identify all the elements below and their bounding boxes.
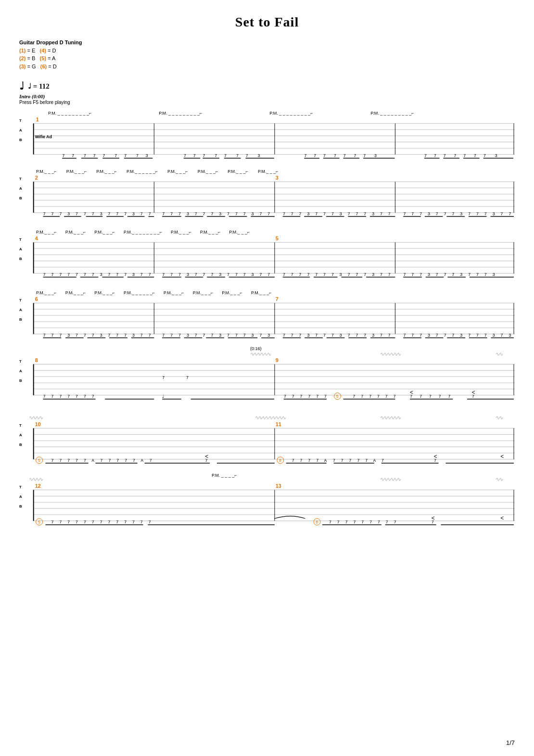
svg-text:12: 12 <box>35 483 41 489</box>
svg-text:T: T <box>19 177 22 181</box>
svg-text:7: 7 <box>386 520 388 525</box>
svg-text:7: 7 <box>403 273 406 277</box>
svg-text:7: 7 <box>51 273 53 277</box>
svg-text:5: 5 <box>38 520 40 525</box>
svg-text:7: 7 <box>411 333 414 338</box>
system-1: ♩ ♩ = 112 Intro (0:00) Press F5 before p… <box>19 80 515 159</box>
svg-text:7: 7 <box>411 212 414 217</box>
svg-text:7: 7 <box>51 212 53 217</box>
svg-text:7: 7 <box>307 273 309 277</box>
svg-text:7: 7 <box>315 212 318 217</box>
svg-text:7: 7 <box>170 273 173 277</box>
svg-text:7: 7 <box>356 273 358 277</box>
svg-text:7: 7 <box>51 458 53 463</box>
svg-text:8: 8 <box>279 458 281 463</box>
pm-4: P.M. _ _ _ _ _ _ _ _ _⌐ <box>370 111 414 116</box>
svg-text:7: 7 <box>76 458 78 463</box>
svg-text:3: 3 <box>372 212 374 217</box>
svg-text:T: T <box>19 118 22 123</box>
svg-text:A: A <box>373 458 376 463</box>
svg-text:7: 7 <box>193 154 195 158</box>
svg-text:7: 7 <box>299 333 301 338</box>
tab-staff-3: T A B 4 5 7 7 7 7 7 7 7 3 7 7 7 3 7 7 7 … <box>19 235 515 281</box>
svg-text:7: 7 <box>299 212 301 217</box>
svg-text:7: 7 <box>59 394 62 399</box>
svg-text:7: 7 <box>92 394 94 399</box>
svg-text:A: A <box>19 495 22 499</box>
svg-text:4: 4 <box>35 235 38 241</box>
tuning-string-1: (1) = E (4) = D <box>19 47 515 55</box>
svg-text:7: 7 <box>114 154 117 158</box>
svg-text:7: 7 <box>51 520 53 525</box>
svg-text:7: 7 <box>203 212 205 217</box>
svg-text:3: 3 <box>428 333 430 338</box>
svg-text:7: 7 <box>378 520 380 525</box>
svg-text:7: 7 <box>343 154 345 158</box>
svg-text:7: 7 <box>361 520 364 525</box>
svg-text:7: 7 <box>403 212 406 217</box>
svg-text:3: 3 <box>372 333 374 338</box>
svg-text:7: 7 <box>315 273 318 277</box>
svg-text:3: 3 <box>495 154 497 158</box>
svg-text:7: 7 <box>108 458 111 463</box>
tuning-info: Guitar Dropped D Tuning (1) = E (4) = D … <box>19 39 515 70</box>
svg-text:7: 7 <box>380 273 382 277</box>
svg-text:7: 7 <box>259 212 262 217</box>
svg-text:7: 7 <box>72 154 74 158</box>
svg-text:7: 7 <box>364 273 366 277</box>
svg-text:7: 7 <box>283 212 285 217</box>
svg-text:7: 7 <box>148 333 151 338</box>
pm-row-3: P.M._ _ _⌐P.M._ _ _⌐P.M._ _ _⌐P.M._ _ _ … <box>19 225 515 235</box>
tempo-value: ♩ = 112 <box>28 82 50 91</box>
svg-text:3: 3 <box>187 333 189 338</box>
svg-text:7: 7 <box>444 273 446 277</box>
svg-text:7: 7 <box>388 212 391 217</box>
svg-text:7: 7 <box>323 333 326 338</box>
svg-text:7: 7 <box>162 273 165 277</box>
svg-text:7: 7 <box>347 333 350 338</box>
svg-text:7: 7 <box>283 273 285 277</box>
svg-text:7: 7 <box>170 212 173 217</box>
svg-text:5: 5 <box>276 235 279 241</box>
svg-text:7: 7 <box>124 333 127 338</box>
svg-text:7: 7 <box>377 394 380 399</box>
svg-text:7: 7 <box>292 394 294 399</box>
svg-text:7: 7 <box>420 333 422 338</box>
svg-text:7: 7 <box>291 333 293 338</box>
svg-text:7: 7 <box>203 333 205 338</box>
svg-text:7: 7 <box>67 273 70 277</box>
svg-text:7: 7 <box>243 212 245 217</box>
svg-text:7: 7 <box>472 394 474 399</box>
svg-text:7: 7 <box>102 154 105 158</box>
svg-text:7: 7 <box>381 458 384 463</box>
svg-text:3: 3 <box>251 333 254 338</box>
pm-3: P.M. _ _ _ _ _ _ _ _ _⌐ <box>269 111 313 116</box>
svg-text:7: 7 <box>140 333 143 338</box>
svg-text:7: 7 <box>178 333 181 338</box>
svg-text:7: 7 <box>364 212 366 217</box>
svg-text:7: 7 <box>186 376 189 380</box>
system-3: P.M._ _ _⌐P.M._ _ _⌐P.M._ _ _⌐P.M._ _ _ … <box>19 225 515 281</box>
svg-text:3: 3 <box>100 333 102 338</box>
svg-text:7: 7 <box>67 458 70 463</box>
svg-text:7: 7 <box>267 212 270 217</box>
svg-text:7: 7 <box>162 376 165 380</box>
svg-text:7: 7 <box>463 154 466 158</box>
svg-text:7: 7 <box>476 273 479 277</box>
svg-text:7: 7 <box>235 212 238 217</box>
svg-text:10: 10 <box>35 421 41 427</box>
svg-text:7: 7 <box>108 273 110 277</box>
svg-text:7: 7 <box>51 333 53 338</box>
svg-text:7: 7 <box>341 458 343 463</box>
svg-text:T: T <box>19 359 22 364</box>
svg-text:13: 13 <box>276 483 281 489</box>
svg-text:7: 7 <box>43 333 46 338</box>
svg-text:3: 3 <box>372 273 374 277</box>
svg-text:7: 7 <box>468 273 470 277</box>
svg-text:7: 7 <box>178 212 181 217</box>
svg-text:<: < <box>500 515 504 521</box>
svg-text:7: 7 <box>243 333 245 338</box>
svg-text:7: 7 <box>162 333 165 338</box>
svg-text:7: 7 <box>436 212 438 217</box>
pm-row-2: P.M._ _ _⌐P.M._ _ _⌐P.M._ _ _⌐P.M._ _ _ … <box>19 164 515 174</box>
